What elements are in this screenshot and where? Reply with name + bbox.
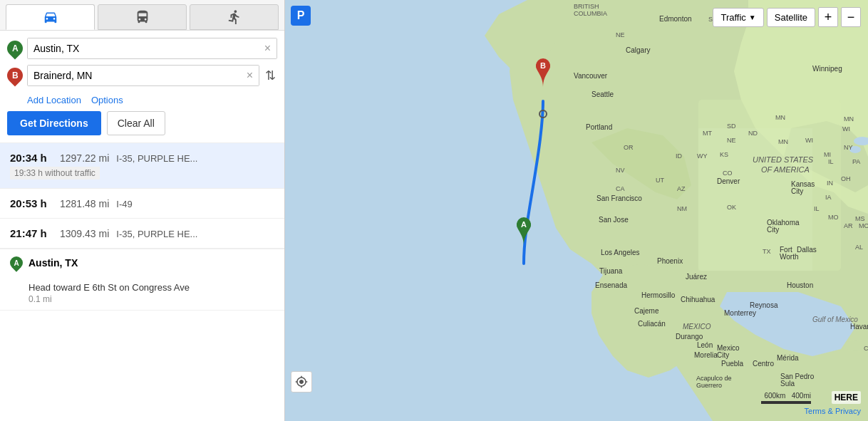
svg-text:CUBA: CUBA xyxy=(864,345,868,352)
svg-text:Sula: Sula xyxy=(780,380,795,388)
svg-text:City: City xyxy=(791,187,803,195)
svg-text:Calgary: Calgary xyxy=(626,46,650,54)
svg-text:Edmonton: Edmonton xyxy=(659,15,692,23)
direction-step: Head toward E 6th St on Congress Ave 0.1… xyxy=(0,276,284,311)
direction-start-marker: A xyxy=(7,254,25,271)
svg-text:Vancouver: Vancouver xyxy=(574,72,608,80)
parking-icon[interactable]: P xyxy=(291,6,311,26)
tab-walk[interactable] xyxy=(190,4,279,30)
svg-text:MN: MN xyxy=(844,115,854,123)
svg-text:MI: MI xyxy=(824,151,831,158)
add-location-link[interactable]: Add Location xyxy=(27,95,81,105)
svg-text:KS: KS xyxy=(720,151,728,158)
destination-input[interactable] xyxy=(28,66,259,85)
no-traffic-label: 19:33 h without traffic xyxy=(10,164,274,180)
svg-text:BRITISH: BRITISH xyxy=(574,3,599,10)
svg-text:San Francisco: San Francisco xyxy=(596,194,642,202)
map-svg: Edmonton Calgary Winnipeg BRITISH COLUMB… xyxy=(285,0,868,421)
sidebar: A × B × ⇅ Add Location Options Get Direc… xyxy=(0,0,285,421)
svg-text:NV: NV xyxy=(616,167,625,174)
tab-car[interactable] xyxy=(6,4,95,30)
clear-all-button[interactable]: Clear All xyxy=(107,111,165,135)
direction-start-label: Austin, TX xyxy=(29,257,78,269)
button-row: Get Directions Clear All xyxy=(0,111,284,142)
svg-text:WI: WI xyxy=(842,125,850,132)
svg-text:Durango: Durango xyxy=(676,333,703,341)
svg-text:AZ: AZ xyxy=(677,185,686,192)
svg-text:AR: AR xyxy=(844,222,853,229)
svg-text:Ensenada: Ensenada xyxy=(595,281,627,289)
route-time: 21:47 h xyxy=(10,227,53,239)
origin-input[interactable] xyxy=(28,38,277,58)
route-item[interactable]: 20:34 h 1297.22 mi I-35, PURPLE HE... 19… xyxy=(0,143,284,189)
svg-text:IA: IA xyxy=(825,194,832,201)
svg-text:OH: OH xyxy=(841,175,851,182)
my-location-button[interactable] xyxy=(291,371,312,393)
svg-text:City: City xyxy=(717,351,729,359)
svg-text:CA: CA xyxy=(616,185,625,192)
svg-text:Seattle: Seattle xyxy=(591,90,614,98)
collapse-sidebar-button[interactable]: «» xyxy=(284,197,285,225)
get-directions-button[interactable]: Get Directions xyxy=(7,111,101,135)
traffic-button[interactable]: Traffic ▼ xyxy=(713,8,763,27)
transport-tabs xyxy=(0,0,284,31)
marker-b: B xyxy=(4,64,26,86)
svg-text:Worth: Worth xyxy=(780,253,799,261)
svg-text:MT: MT xyxy=(703,130,712,137)
traffic-chevron-icon: ▼ xyxy=(749,14,756,21)
svg-text:Winnipeg: Winnipeg xyxy=(812,65,842,73)
svg-text:Monterrey: Monterrey xyxy=(724,309,756,317)
svg-text:CO: CO xyxy=(723,170,733,177)
svg-text:B: B xyxy=(540,61,546,70)
svg-text:Centro: Centro xyxy=(753,360,774,368)
svg-text:MS: MS xyxy=(855,215,865,222)
svg-text:MN: MN xyxy=(778,138,788,145)
inputs-area: A × B × ⇅ xyxy=(0,31,284,92)
satellite-button[interactable]: Satellite xyxy=(767,8,815,27)
zoom-in-button[interactable]: + xyxy=(818,7,838,27)
svg-text:NE: NE xyxy=(616,31,625,38)
svg-text:Culiacán: Culiacán xyxy=(638,320,666,328)
zoom-out-button[interactable]: − xyxy=(841,7,861,27)
svg-text:MO: MO xyxy=(859,222,868,229)
svg-text:San Jose: San Jose xyxy=(599,216,629,224)
svg-text:MEXICO: MEXICO xyxy=(683,323,711,331)
options-link[interactable]: Options xyxy=(91,95,123,105)
clear-destination-button[interactable]: × xyxy=(244,70,256,81)
svg-text:A: A xyxy=(521,220,527,229)
svg-text:IL: IL xyxy=(814,205,820,212)
scale-bar: 600km 400mi xyxy=(761,392,811,404)
swap-waypoints-button[interactable]: ⇅ xyxy=(264,68,277,83)
svg-text:OF AMERICA: OF AMERICA xyxy=(761,165,810,174)
terms-link[interactable]: Terms & Privacy xyxy=(805,407,861,415)
svg-text:Havana: Havana xyxy=(850,323,868,331)
routes-list: 20:34 h 1297.22 mi I-35, PURPLE HE... 19… xyxy=(0,142,284,249)
svg-text:Phoenix: Phoenix xyxy=(657,257,683,265)
svg-text:WY: WY xyxy=(697,152,708,160)
svg-text:ND: ND xyxy=(748,130,758,137)
walk-icon xyxy=(227,9,242,25)
destination-input-wrap: × xyxy=(27,65,259,86)
route-item[interactable]: 20:53 h 1281.48 mi I-49 xyxy=(0,189,284,219)
route-distance: 1309.43 mi xyxy=(60,228,109,239)
svg-text:Mérida: Mérida xyxy=(777,354,799,362)
map-area: Edmonton Calgary Winnipeg BRITISH COLUMB… xyxy=(285,0,868,421)
svg-text:OK: OK xyxy=(727,204,736,211)
svg-text:Gulf of Mexico: Gulf of Mexico xyxy=(812,316,858,323)
clear-origin-button[interactable]: × xyxy=(262,43,274,54)
svg-text:Puebla: Puebla xyxy=(721,360,744,368)
origin-input-wrap: × xyxy=(27,38,277,59)
waypoint-b-row: B × ⇅ xyxy=(7,65,277,86)
map-top-controls: Traffic ▼ Satellite + − xyxy=(713,7,861,27)
svg-text:City: City xyxy=(767,226,779,234)
svg-text:WI: WI xyxy=(805,137,813,144)
svg-text:Tijuana: Tijuana xyxy=(599,267,623,275)
route-item[interactable]: 21:47 h 1309.43 mi I-35, PURPLE HE... xyxy=(0,219,284,249)
bus-icon xyxy=(135,9,150,25)
route-roads: I-35, PURPLE HE... xyxy=(116,153,197,164)
tab-transit[interactable] xyxy=(98,4,187,30)
route-roads: I-49 xyxy=(116,199,132,209)
svg-text:Portland: Portland xyxy=(586,123,612,131)
waypoint-a-row: A × xyxy=(7,38,277,59)
svg-text:Juárez: Juárez xyxy=(686,273,707,281)
